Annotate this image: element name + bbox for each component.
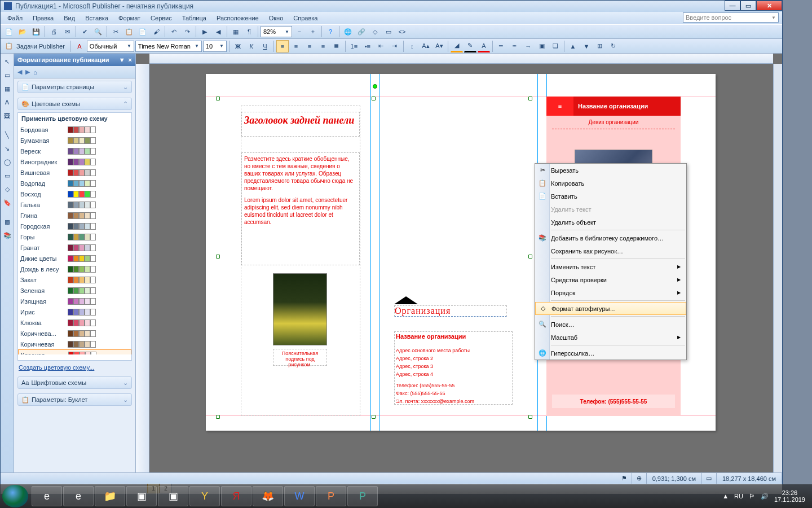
taskbar-explorer[interactable]: 📁 — [95, 486, 125, 506]
org-logo[interactable] — [394, 296, 418, 304]
align-justify-icon[interactable]: ≡ — [317, 40, 329, 52]
ctx-format-autoshape[interactable]: ◇Формат автофигуры… — [535, 302, 686, 315]
org-name[interactable]: Название организации — [395, 332, 512, 341]
create-scheme-link[interactable]: Создать цветовую схему... — [14, 361, 135, 374]
ctx-zoom[interactable]: Масштаб▶ — [535, 331, 686, 344]
columns-icon[interactable]: ▦ — [230, 25, 242, 38]
ctx-cut[interactable]: ✂Вырезать — [535, 164, 686, 177]
menu-help[interactable]: Справка — [290, 14, 321, 23]
tray-flag-icon[interactable]: 🏳 — [749, 493, 755, 500]
motto[interactable]: Девиз организации — [552, 116, 675, 129]
back-image[interactable] — [273, 273, 327, 345]
scheme-row[interactable]: Гранат — [18, 242, 131, 253]
forward-icon[interactable]: ▶ — [198, 25, 211, 38]
print-icon[interactable]: 🖨 — [47, 25, 60, 38]
mail-icon[interactable]: ✉ — [61, 25, 73, 38]
distribute-icon[interactable]: ≣ — [330, 40, 343, 52]
code-icon[interactable]: <> — [396, 25, 408, 38]
scheme-row[interactable]: Красная — [18, 349, 131, 354]
nav-fwd-icon[interactable]: ▶ — [25, 68, 30, 76]
autoshapes-icon[interactable]: ◇ — [2, 183, 13, 195]
tray-clock[interactable]: 23:26 17.11.2019 — [774, 489, 805, 503]
styles-icon[interactable]: A — [73, 40, 86, 52]
bring-front-icon[interactable]: ▲ — [567, 40, 579, 52]
scheme-row[interactable]: Городская — [18, 221, 131, 231]
size-select[interactable]: 10▼ — [203, 41, 227, 52]
scheme-row[interactable]: Ирис — [18, 306, 131, 317]
section-page-params[interactable]: 📄 Параметры страницы⌄ — [17, 81, 132, 93]
scheme-row[interactable]: Дикие цветы — [18, 253, 131, 264]
back-icon[interactable]: ◀ — [212, 25, 224, 38]
taskbar-publisher[interactable]: P — [347, 486, 378, 506]
ctx-paste[interactable]: 📄Вставить — [535, 190, 686, 203]
fill-color-icon[interactable]: ◢ — [451, 40, 463, 52]
save-icon[interactable]: 💾 — [30, 25, 42, 38]
design-gallery-icon[interactable]: ▩ — [2, 216, 13, 227]
menu-insert[interactable]: Вставка — [82, 14, 112, 23]
picture-icon[interactable]: 🖼 — [2, 110, 13, 121]
tray-lang[interactable]: RU — [734, 493, 743, 500]
underline-icon[interactable]: Ч — [259, 40, 271, 52]
form-icon[interactable]: ▭ — [382, 25, 395, 38]
scheme-row[interactable]: Клюква — [18, 317, 131, 328]
menu-window[interactable]: Окно — [266, 14, 287, 23]
scheme-row[interactable]: Бумажная — [18, 135, 131, 146]
spell-icon[interactable]: ✔ — [78, 25, 91, 38]
tray-arrow-icon[interactable]: ▲ — [722, 493, 729, 500]
addr2[interactable]: Адрес, строка 2 — [395, 354, 512, 362]
front-org-name[interactable]: Название организации — [578, 103, 648, 110]
menu-format[interactable]: Формат — [115, 14, 144, 23]
canvas[interactable]: Заголовок задней панели Разместите здесь… — [136, 54, 782, 483]
scheme-row[interactable]: Вереск — [18, 146, 131, 156]
align-right-icon[interactable]: ≡ — [303, 40, 316, 52]
line-spacing-icon[interactable]: ↕ — [406, 40, 418, 52]
zoom-out-icon[interactable]: − — [293, 25, 306, 38]
tray-volume-icon[interactable]: 🔊 — [761, 493, 769, 500]
menu-arrange[interactable]: Расположение — [213, 14, 262, 23]
ruler-vertical[interactable] — [136, 64, 149, 474]
link-icon[interactable]: 🔗 — [355, 25, 368, 38]
scheme-row[interactable]: Коричнева... — [18, 328, 131, 339]
line-style-icon[interactable]: ━ — [495, 40, 508, 52]
back-caption[interactable]: Пояснительная подпись под рисунком. — [273, 349, 326, 369]
scheme-row[interactable]: Виноградник — [18, 156, 131, 167]
rotate-icon[interactable]: ↻ — [607, 40, 620, 52]
scheme-row[interactable]: Коричневая — [18, 339, 131, 349]
taskbar-app1[interactable]: ▣ — [126, 486, 157, 506]
tasks-label[interactable]: Задачи Publisher — [16, 43, 65, 50]
close-button[interactable]: ✕ — [756, 1, 782, 11]
numbering-icon[interactable]: 1≡ — [348, 40, 360, 52]
shrink-font-icon[interactable]: A▾ — [433, 40, 445, 52]
paste-icon[interactable]: 📄 — [136, 25, 149, 38]
3d-icon[interactable]: ❏ — [549, 40, 562, 52]
pointer-icon[interactable]: ↖ — [2, 56, 13, 67]
web-preview-icon[interactable]: 🌐 — [342, 25, 354, 38]
textbox-icon[interactable]: ▭ — [2, 69, 13, 81]
ctx-copy[interactable]: 📋Копировать — [535, 177, 686, 190]
ctx-add-lib[interactable]: 📚Добавить в библиотеку содержимого… — [535, 231, 686, 244]
taskbar-powerpoint[interactable]: P — [316, 486, 346, 506]
open-icon[interactable]: 📂 — [16, 25, 29, 38]
back-para2[interactable]: Lorem ipsum dolor sit amet, consectetuer… — [242, 194, 359, 228]
front-tel[interactable]: Телефон: (555)555-55-55 — [552, 395, 675, 408]
scheme-row[interactable]: Бордовая — [18, 124, 131, 135]
back-para1[interactable]: Разместите здесь краткие обобщенные, но … — [242, 153, 359, 194]
taskpane-dropdown-icon[interactable]: ▼ — [119, 56, 125, 63]
nav-back-icon[interactable]: ◀ — [17, 68, 22, 76]
hotspot-icon[interactable]: ◇ — [369, 25, 381, 38]
menu-edit[interactable]: Правка — [29, 14, 57, 23]
italic-icon[interactable]: К — [245, 40, 258, 52]
style-select[interactable]: Обычный▼ — [87, 41, 134, 52]
scheme-row[interactable]: Вишневая — [18, 167, 131, 178]
scheme-row[interactable]: Дождь в лесу — [18, 264, 131, 274]
line-tool-icon[interactable]: ╲ — [2, 129, 13, 141]
taskbar-mail[interactable]: 🦊 — [253, 486, 283, 506]
arrow-style-icon[interactable]: → — [522, 40, 535, 52]
email[interactable]: Эл. почта: xxxxxxx@example.com — [395, 397, 512, 405]
menu-table[interactable]: Таблица — [179, 14, 210, 23]
tasks-publisher-icon[interactable]: 📋 — [3, 40, 15, 52]
format-painter-icon[interactable]: 🖌 — [150, 25, 162, 38]
scheme-row[interactable]: Водопад — [18, 178, 131, 189]
taskpane-close-icon[interactable]: × — [129, 56, 132, 63]
ctx-find[interactable]: 🔍Поиск… — [535, 318, 686, 331]
